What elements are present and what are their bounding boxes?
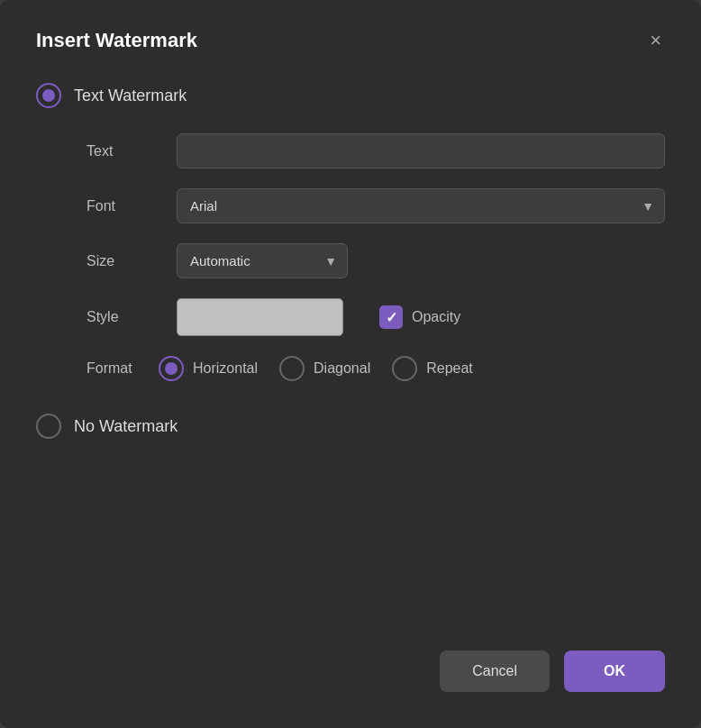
style-box[interactable] [177,298,343,336]
no-watermark-label: No Watermark [74,417,178,436]
repeat-label: Repeat [426,360,473,377]
horizontal-radio[interactable] [159,356,184,381]
insert-watermark-dialog: Insert Watermark × Text Watermark Text F… [0,0,701,728]
text-watermark-radio[interactable] [36,83,61,108]
style-field-row: Style ✓ Opacity [86,298,665,336]
format-field-row: Format Horizontal Diagonal Repeat [86,356,665,381]
text-field-row: Text [86,133,665,168]
repeat-radio[interactable] [392,356,417,381]
ok-button[interactable]: OK [564,651,665,692]
no-watermark-radio[interactable] [36,414,61,439]
opacity-group: ✓ Opacity [379,305,460,329]
cancel-button[interactable]: Cancel [440,651,550,692]
size-select-wrapper: Automatic 8pt 10pt 12pt 14pt 18pt 24pt 3… [177,243,348,278]
format-option-repeat[interactable]: Repeat [392,356,473,381]
format-option-horizontal[interactable]: Horizontal [159,356,258,381]
format-field-label: Format [86,360,159,377]
font-field-row: Font Arial Times New Roman Helvetica Cou… [86,188,665,223]
style-field-label: Style [86,309,159,325]
font-select-wrapper: Arial Times New Roman Helvetica Courier … [177,188,665,223]
dialog-footer: Cancel OK [440,651,665,692]
diagonal-radio[interactable] [279,356,305,381]
checkbox-checkmark-icon: ✓ [386,309,397,326]
format-option-diagonal[interactable]: Diagonal [279,356,370,381]
diagonal-label: Diagonal [314,360,370,377]
font-select[interactable]: Arial Times New Roman Helvetica Courier … [177,188,665,223]
size-field-label: Size [86,253,159,269]
opacity-label: Opacity [412,309,460,325]
dialog-header: Insert Watermark × [36,27,665,54]
font-field-label: Font [86,198,159,214]
text-watermark-label: Text Watermark [74,86,187,105]
opacity-checkbox[interactable]: ✓ [379,305,403,329]
horizontal-label: Horizontal [193,360,258,377]
fields-container: Text Font Arial Times New Roman Helvetic… [36,133,665,381]
size-select[interactable]: Automatic 8pt 10pt 12pt 14pt 18pt 24pt 3… [177,243,348,278]
dialog-title: Insert Watermark [36,29,197,52]
format-options: Horizontal Diagonal Repeat [159,356,665,381]
style-opacity-row: ✓ Opacity [177,298,460,336]
size-field-row: Size Automatic 8pt 10pt 12pt 14pt 18pt 2… [86,243,665,278]
text-field-label: Text [86,143,159,159]
close-button[interactable]: × [646,27,665,54]
text-input[interactable] [177,133,665,168]
no-watermark-radio-row: No Watermark [36,414,665,439]
text-watermark-radio-row: Text Watermark [36,83,665,108]
